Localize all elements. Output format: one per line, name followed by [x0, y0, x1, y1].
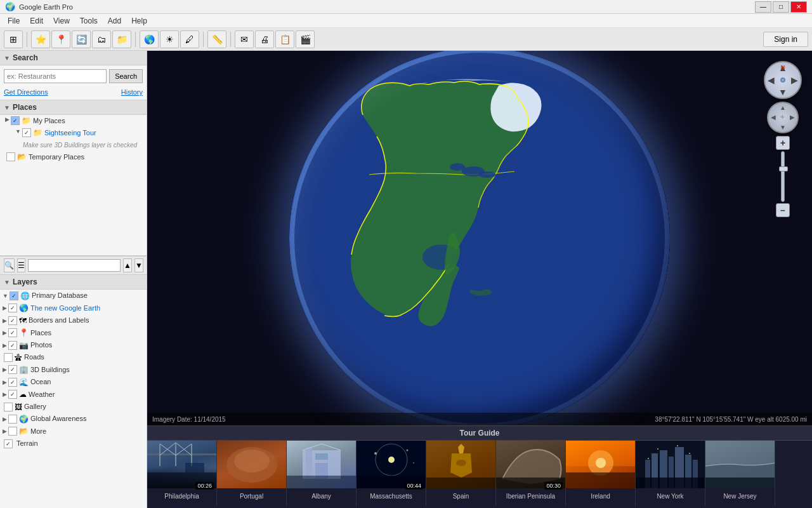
layer-ge-check[interactable] — [8, 304, 17, 312]
layer-borders-check[interactable] — [8, 316, 17, 325]
maximize-button[interactable]: □ — [773, 1, 789, 13]
tour-thumb-massachusetts[interactable]: 00:44 Massachusetts — [357, 441, 426, 506]
places-section-header[interactable]: ▼ Places — [0, 100, 147, 115]
pan-tilt-control[interactable]: ▲ ◀ ✛ ▶ ▼ — [767, 102, 799, 133]
places-search-input[interactable] — [28, 259, 121, 272]
layer-terrain[interactable]: Terrain — [0, 438, 147, 450]
layer-terrain-check[interactable] — [4, 439, 13, 448]
toolbar-ruler-btn[interactable]: 📏 — [207, 30, 226, 48]
toolbar-draw-btn[interactable]: 🖊 — [180, 30, 199, 48]
layer-ocean-check[interactable] — [8, 378, 17, 387]
layer-primary-database[interactable]: ▼ 🌐 Primary Database — [0, 290, 147, 302]
sightseeing-row[interactable]: ▼ 📁 Sightseeing Tour — [0, 127, 147, 139]
tour-thumb-portugal[interactable]: Portugal — [217, 441, 287, 506]
layer-gallery-check[interactable] — [4, 403, 13, 411]
menu-tools[interactable]: Tools — [75, 15, 103, 27]
toolbar-print-btn[interactable]: 🖨 — [255, 30, 274, 48]
layer-borders[interactable]: ▶ 🗺 Borders and Labels — [0, 314, 147, 326]
layer-3d-expand[interactable]: ▶ — [3, 366, 7, 373]
layer-weather[interactable]: ▶ ☁ Weather — [0, 389, 147, 401]
my-places-checkbox[interactable] — [11, 116, 20, 125]
zoom-slider-thumb[interactable] — [779, 166, 788, 171]
layer-gallery[interactable]: 🖼 Gallery — [0, 401, 147, 413]
toolbar-email-btn[interactable]: ✉ — [235, 30, 254, 48]
compass[interactable]: N ▲ ◀ ▶ ▼ — [764, 61, 802, 99]
pan-s[interactable]: ▼ — [778, 123, 787, 132]
menu-file[interactable]: File — [3, 15, 25, 27]
layer-global-awareness[interactable]: ▶ 🌍 Global Awareness — [0, 413, 147, 425]
zoom-out-button[interactable]: – — [776, 203, 790, 217]
toolbar-view-in-maps-btn[interactable]: 📋 — [275, 30, 294, 48]
layer-primary-expand[interactable]: ▼ — [3, 293, 8, 299]
layer-places-check[interactable] — [8, 328, 17, 337]
get-directions-link[interactable]: Get Directions — [4, 88, 48, 96]
tour-thumb-newyork[interactable]: New York — [636, 441, 705, 506]
pan-e[interactable]: ▶ — [788, 112, 797, 122]
map-area[interactable]: N ▲ ◀ ▶ ▼ ▲ — [147, 51, 812, 508]
toolbar-polygon-btn[interactable]: 📍 — [51, 30, 70, 48]
places-down-btn[interactable]: ▼ — [134, 258, 143, 272]
places-up-btn[interactable]: ▲ — [123, 258, 132, 272]
toolbar-overlay-btn[interactable]: 📁 — [112, 30, 131, 48]
toolbar-path-btn[interactable]: 🔄 — [72, 30, 91, 48]
layer-ge-label[interactable]: The new Google Earth — [30, 304, 100, 313]
layer-places[interactable]: ▶ 📍 Places — [0, 327, 147, 339]
layer-google-earth[interactable]: ▶ 🌎 The new Google Earth — [0, 302, 147, 314]
layer-photos-expand[interactable]: ▶ — [3, 342, 7, 349]
tour-thumb-philadelphia[interactable]: 00:26 Philadelphia — [147, 441, 217, 506]
layer-roads[interactable]: 🛣 Roads — [0, 351, 147, 363]
compass-w[interactable]: ◀ — [765, 74, 777, 86]
zoom-in-button[interactable]: + — [776, 136, 790, 150]
my-places-row[interactable]: ▶ 📁 My Places — [0, 115, 147, 127]
layer-ga-check[interactable] — [8, 415, 17, 424]
layer-ocean[interactable]: ▶ 🌊 Ocean — [0, 376, 147, 388]
layer-places-expand[interactable]: ▶ — [3, 330, 7, 336]
search-button[interactable]: Search — [109, 69, 143, 83]
layer-ge-expand[interactable]: ▶ — [3, 305, 7, 311]
tour-thumb-spain[interactable]: Spain — [426, 441, 496, 506]
close-button[interactable]: ✕ — [790, 1, 807, 13]
search-section-header[interactable]: ▼ Search — [0, 51, 147, 65]
toolbar-placemark-btn[interactable]: ⭐ — [31, 30, 50, 48]
layer-roads-check[interactable] — [4, 353, 13, 362]
pan-n[interactable]: ▲ — [778, 103, 787, 112]
layer-ocean-expand[interactable]: ▶ — [3, 379, 7, 385]
layer-primary-check[interactable] — [10, 291, 18, 300]
layer-3d-check[interactable] — [8, 365, 17, 374]
layer-weather-expand[interactable]: ▶ — [3, 391, 7, 398]
compass-s[interactable]: ▼ — [777, 86, 789, 98]
toolbar-sky-btn[interactable]: ☀ — [160, 30, 179, 48]
sightseeing-checkbox[interactable] — [22, 128, 31, 137]
globe[interactable] — [289, 51, 670, 429]
compass-e[interactable]: ▶ — [789, 74, 801, 86]
tour-thumb-albany[interactable]: Albany — [287, 441, 357, 506]
layer-photos[interactable]: ▶ 📷 Photos — [0, 339, 147, 351]
layer-ga-expand[interactable]: ▶ — [3, 416, 7, 422]
compass-center[interactable] — [777, 74, 789, 86]
minimize-button[interactable]: — — [755, 1, 771, 13]
menu-view[interactable]: View — [48, 15, 75, 27]
layer-borders-expand[interactable]: ▶ — [3, 318, 7, 324]
layer-more[interactable]: ▶ 📂 More — [0, 425, 147, 438]
places-list-btn[interactable]: ☰ — [17, 258, 25, 272]
sightseeing-expand[interactable]: ▼ — [15, 128, 21, 135]
toolbar-sidebar-btn[interactable]: ⊞ — [4, 30, 23, 48]
toolbar-earth-btn[interactable]: 🌎 — [140, 30, 159, 48]
menu-add[interactable]: Add — [103, 15, 126, 27]
tour-thumb-newjersey[interactable]: New Jersey — [705, 441, 775, 506]
sightseeing-label[interactable]: Sightseeing Tour — [44, 128, 96, 138]
toolbar-folder-btn[interactable]: 🗂 — [92, 30, 111, 48]
layer-weather-check[interactable] — [8, 390, 17, 399]
toolbar-movie-btn[interactable]: 🎬 — [296, 30, 315, 48]
my-places-expand[interactable]: ▶ — [5, 116, 10, 123]
places-search-btn[interactable]: 🔍 — [4, 258, 15, 272]
layer-3d-buildings[interactable]: ▶ 🏢 3D Buildings — [0, 364, 147, 376]
zoom-slider-track[interactable] — [781, 151, 785, 202]
history-link[interactable]: History — [121, 88, 143, 96]
layers-section-header[interactable]: ▼ Layers — [0, 275, 147, 290]
layer-more-check[interactable] — [8, 427, 17, 436]
tour-thumb-iberian[interactable]: 00:30 Iberian Peninsula — [496, 441, 566, 506]
pan-w[interactable]: ◀ — [768, 112, 778, 122]
menu-help[interactable]: Help — [126, 15, 152, 27]
layer-more-expand[interactable]: ▶ — [3, 428, 7, 434]
